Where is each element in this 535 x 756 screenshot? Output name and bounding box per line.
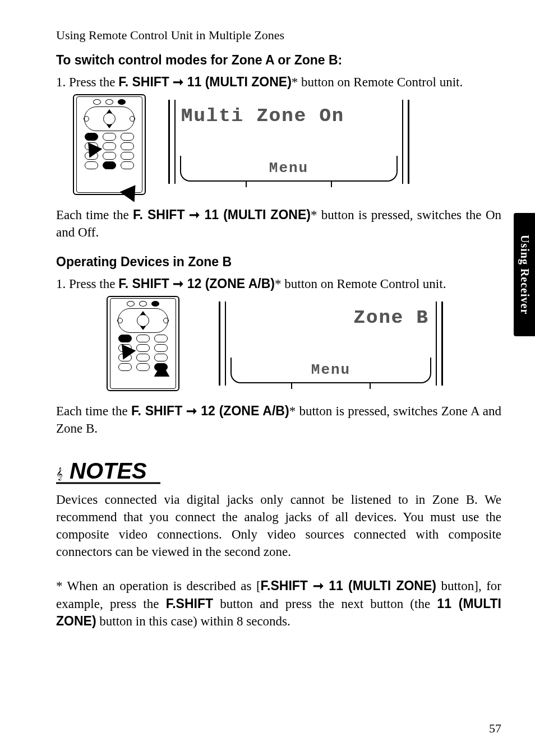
notes-heading-icon: 𝄞 NOTES (56, 454, 501, 488)
fshift-label: F. SHIFT (118, 276, 169, 291)
nav-cluster-icon (84, 106, 135, 131)
footnote-pre: * When an operation is described as [ (56, 579, 261, 593)
section1-figure-row: Multi Zone On Menu (73, 94, 501, 195)
step-suffix: * button on Remote Control unit. (275, 277, 446, 291)
section1-after: Each time the F. SHIFT ➞ 11 (MULTI ZONE)… (56, 206, 501, 241)
section1-step: 1. Press the F. SHIFT ➞ 11 (MULTI ZONE)*… (56, 73, 501, 91)
fshift-label: F. SHIFT (131, 403, 182, 418)
multizone-button-label: 11 (MULTI ZONE) (205, 207, 311, 222)
lcd-display-2: Zone B Menu (219, 302, 443, 386)
after-prefix: Each time the (56, 404, 131, 418)
section1-heading: To switch control modes for Zone A or Zo… (56, 53, 501, 68)
footnote-post: button in this case) within 8 seconds. (96, 614, 290, 628)
fshift-label: F. SHIFT (118, 75, 169, 89)
section2-step: 1. Press the F. SHIFT ➞ 12 (ZONE A/B)* b… (56, 275, 501, 293)
footnote: * When an operation is described as [F.S… (56, 577, 501, 629)
side-tab: Using Receiver (514, 213, 535, 336)
running-head: Using Remote Control Unit in Multiple Zo… (56, 28, 501, 43)
step-prefix: 1. Press the (56, 75, 118, 89)
arrow-glyph: ➞ (169, 276, 187, 291)
nav-cluster-icon (118, 308, 168, 333)
zoneab-button-label: 12 (ZONE A/B) (201, 403, 289, 418)
remote-illustration-2 (107, 296, 179, 391)
multizone-button-label: 11 (MULTI ZONE) (187, 75, 292, 89)
footnote-mid2: button and press the next button (the (213, 597, 437, 611)
lcd-menu-2: Menu (230, 358, 431, 383)
lcd-display-1: Multi Zone On Menu (168, 100, 409, 184)
arrow-glyph: ➞ (169, 75, 187, 89)
notes-label: NOTES (70, 458, 147, 483)
arrow-glyph: ➞ (308, 578, 329, 593)
zoneab-button-label: 12 (ZONE A/B) (187, 276, 275, 291)
arrow-glyph: ➞ (182, 403, 201, 418)
lcd-menu-1: Menu (180, 156, 398, 182)
fshift-label: F. SHIFT (133, 207, 185, 222)
fshift-label: F.SHIFT (166, 596, 213, 611)
fshift-label: F.SHIFT (261, 578, 308, 593)
notes-body: Devices connected via digital jacks only… (56, 491, 501, 560)
remote-illustration-1 (73, 94, 146, 195)
section2-after: Each time the F. SHIFT ➞ 12 (ZONE A/B)* … (56, 402, 501, 437)
page-number: 57 (489, 721, 501, 736)
after-prefix: Each time the (56, 208, 133, 222)
step-suffix: * button on Remote Control unit. (292, 75, 463, 89)
multizone-button-label: 11 (MULTI ZONE) (329, 578, 436, 593)
arrow-glyph: ➞ (185, 207, 204, 222)
svg-text:𝄞: 𝄞 (56, 467, 63, 481)
section2-figure-row: Zone B Menu (107, 296, 501, 391)
step-prefix: 1. Press the (56, 277, 118, 291)
section2-heading: Operating Devices in Zone B (56, 254, 501, 270)
